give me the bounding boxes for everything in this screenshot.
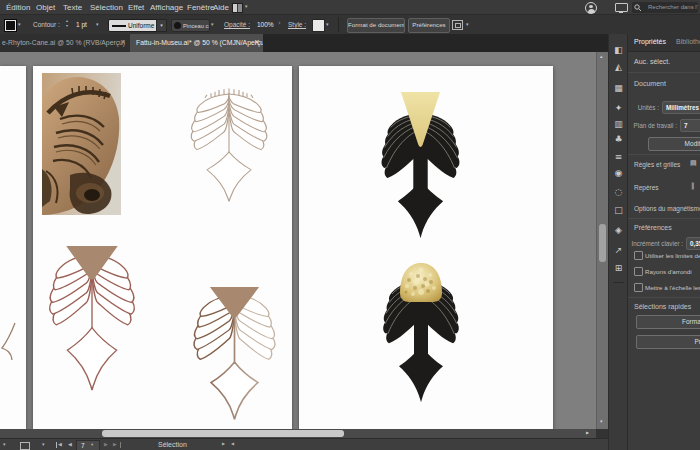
document-section-title: Document (634, 80, 666, 87)
snapping-options-label[interactable]: Options du magnétisme (634, 205, 700, 212)
checkbox-corner-radius-label: Rayons d'arrondi (645, 268, 692, 275)
opacity-label[interactable]: Opacité : (224, 21, 250, 28)
tab-rhyton-cane[interactable]: e-Rhyton-Cane.ai @ 50 % (RVB/Aperçu) × (0, 34, 131, 52)
workspace-switcher-icon[interactable] (232, 3, 243, 13)
opacity-value[interactable]: 100% (257, 21, 274, 28)
stroke-profile-chevron[interactable]: ▾ (156, 19, 167, 32)
chevron-down-icon[interactable]: ▾ (96, 22, 99, 27)
stroke-weight-stepper[interactable]: ▴▾ (66, 18, 68, 28)
chevron-down-icon[interactable]: ▾ (211, 22, 214, 27)
divider (628, 154, 700, 155)
preferences-button[interactable]: Préférences (408, 18, 450, 33)
menu-item-edition[interactable]: Édition (6, 3, 30, 12)
vertical-scrollbar[interactable]: ▴ ▾ (596, 52, 608, 429)
horizontal-scrollbar[interactable]: ▶ (0, 429, 596, 438)
next-artboard-icon[interactable]: ▶ (104, 442, 108, 447)
menu-item-selection[interactable]: Sélection (90, 3, 123, 12)
chevron-down-icon[interactable]: ▾ (91, 443, 93, 448)
motif-black-gold-dome[interactable] (371, 260, 471, 410)
panel-icon-artboard[interactable]: ▦ (609, 84, 628, 93)
document-tab-bar: e-Rhyton-Cane.ai @ 50 % (RVB/Aperçu) × F… (0, 34, 608, 52)
tab-libraries[interactable]: Bibliothèques (676, 38, 700, 45)
chevron-down-icon[interactable]: ▾ (245, 4, 248, 9)
stroke-profile-dropdown[interactable]: Uniforme (108, 19, 157, 32)
rulers-grids-label: Règles et grilles (634, 161, 680, 168)
checkbox-preview-bounds[interactable] (634, 251, 643, 260)
tab-properties[interactable]: Propriétés (634, 38, 666, 45)
menu-item-objet[interactable]: Objet (36, 3, 55, 12)
reference-photo[interactable] (42, 73, 121, 215)
help-search-input[interactable]: Rechercher dans l'aide (632, 2, 698, 13)
canvas[interactable] (0, 52, 596, 429)
artboard-number-field[interactable]: 7 ▾ (76, 440, 100, 450)
vertical-scroll-thumb[interactable] (599, 224, 606, 262)
artboard-right (299, 66, 553, 429)
motif-outline-tan[interactable] (179, 87, 279, 203)
sketch-stroke[interactable] (0, 320, 18, 366)
ruler-icon[interactable]: ▤ (690, 160, 697, 167)
motif-outline-red[interactable] (36, 246, 148, 392)
chevron-down-icon[interactable]: ▾ (466, 22, 469, 27)
menu-item-aide[interactable]: Aide (213, 3, 229, 12)
status-expand-icon[interactable]: ▶ (222, 442, 225, 446)
units-label: Unités : (628, 104, 659, 111)
arrange-documents-icon[interactable] (452, 20, 463, 30)
checkbox-preview-bounds-label: Utiliser les limites de l'aperçu (645, 252, 700, 259)
chevron-down-icon[interactable]: ▾ (18, 22, 21, 27)
stroke-weight-value[interactable]: 1 pt (76, 21, 87, 28)
panel-icon-layers[interactable]: ◈ (609, 226, 628, 235)
tab-fattu-in-museu[interactable]: Fattu-in-Museu.ai* @ 50 % (CMJN/Aperçu) … (130, 34, 263, 52)
quick-action-document-setup[interactable]: Format de document (636, 315, 700, 329)
artboard-left (33, 66, 292, 429)
separator (338, 17, 339, 32)
properties-panel: Propriétés Bibliothèques Auc. sélect. Do… (627, 34, 700, 450)
motif-outline-twotone[interactable] (181, 287, 288, 421)
edit-artboards-button[interactable]: Modifier les plans de travail (648, 137, 700, 151)
horizontal-scroll-thumb[interactable] (102, 430, 344, 437)
style-label[interactable]: Style : (288, 21, 306, 28)
units-dropdown[interactable]: Millimètres (662, 101, 700, 114)
menu-item-fenetre[interactable]: Fenêtre (187, 3, 215, 12)
scroll-up-icon[interactable]: ▴ (600, 54, 603, 59)
status-collapse-icon[interactable]: ◀ (231, 442, 234, 446)
chevron-down-icon[interactable]: ▾ (42, 442, 45, 447)
panel-icon-symbols[interactable]: ✦ (609, 104, 628, 113)
checkbox-corner-radius[interactable] (634, 267, 643, 276)
panel-icon-appearance[interactable]: ◉ (609, 169, 628, 178)
keyboard-increment-field[interactable]: 0,3528 mm (686, 237, 700, 250)
menu-item-effet[interactable]: Effet (128, 3, 144, 12)
chevron-down-icon[interactable]: ▾ (326, 22, 329, 27)
display-settings-icon[interactable] (615, 3, 628, 12)
motif-black-gold-triangle[interactable] (369, 91, 472, 251)
panel-icon-gradient[interactable]: ▥ (609, 120, 628, 129)
last-artboard-icon[interactable]: ▶ (113, 442, 117, 447)
document-setup-button[interactable]: Format de document (347, 18, 405, 33)
menu-item-texte[interactable]: Texte (63, 3, 82, 12)
first-artboard-icon[interactable]: ◀ (58, 442, 62, 447)
account-icon[interactable] (585, 2, 597, 14)
menu-item-affichage[interactable]: Affichage (150, 3, 183, 12)
brush-definition-dropdown[interactable]: Pinceau call... (171, 19, 210, 32)
panel-icon-export[interactable]: ↗ (609, 246, 628, 255)
fill-swatch[interactable] (4, 19, 17, 32)
scroll-down-icon[interactable]: ▾ (600, 419, 603, 424)
artboard-dropdown[interactable]: 7 (680, 119, 700, 132)
artboard-number: 7 (81, 442, 85, 449)
checkbox-scale-strokes[interactable] (634, 283, 643, 292)
previous-artboard-icon[interactable]: ◀ (68, 442, 72, 447)
panel-icon-pattern[interactable]: ♣ (609, 135, 628, 144)
panel-icon-transparency[interactable]: ◌ (609, 188, 628, 197)
quick-action-preferences[interactable]: Préférences (636, 335, 700, 349)
panel-icon-shape-builder[interactable]: ◭ (609, 63, 628, 72)
close-icon[interactable]: × (254, 39, 260, 46)
panel-icon-color[interactable]: ◧ (609, 46, 628, 55)
close-icon[interactable]: × (120, 39, 126, 46)
guides-icon[interactable]: ∥ (691, 183, 695, 190)
zoom-dropdown-chevron[interactable]: ▾ (3, 442, 6, 447)
panel-icon-artboards[interactable]: ⊞ (609, 264, 628, 273)
panel-icon-stroke[interactable]: ≡ (609, 153, 628, 162)
panel-icon-align[interactable]: □ (609, 206, 628, 215)
style-swatch[interactable] (312, 19, 325, 32)
scroll-right-icon[interactable]: ▶ (586, 431, 589, 435)
stroke-weight-label: Contour : (33, 21, 60, 28)
